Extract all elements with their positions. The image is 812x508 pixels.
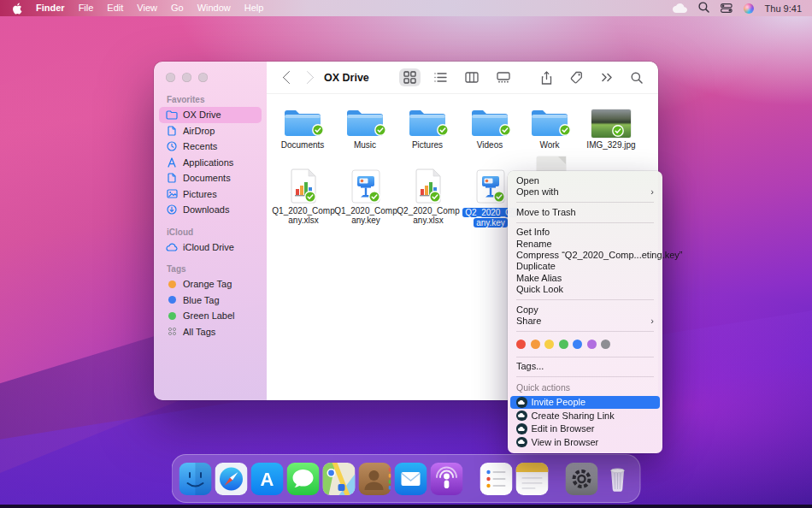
close-window-button[interactable]: [166, 73, 175, 82]
menu-item-duplicate[interactable]: Duplicate: [508, 261, 662, 272]
menu-item-create-sharing-link[interactable]: Create Sharing Link: [510, 409, 660, 422]
svg-text:A: A: [260, 469, 274, 490]
synced-badge-icon: [559, 124, 571, 139]
green-tag-dot: [166, 312, 178, 320]
file-pictures-folder[interactable]: Pictures: [399, 102, 456, 150]
menu-item-compress[interactable]: Compress “Q2_2020_Comp...eting.key”: [508, 250, 662, 261]
dock-trash-icon[interactable]: [601, 462, 634, 495]
file-music-folder[interactable]: Music: [337, 102, 393, 150]
yellow-tag-swatch[interactable]: [544, 340, 554, 349]
menubar-item-go[interactable]: Go: [164, 0, 191, 16]
purple-tag-swatch[interactable]: [587, 340, 597, 349]
menu-item-copy[interactable]: Copy: [508, 304, 662, 316]
sidebar-item-documents[interactable]: Documents: [159, 170, 262, 186]
view-grid-button[interactable]: [399, 68, 421, 86]
sidebar-item-applications[interactable]: Applications: [159, 155, 262, 171]
view-list-button[interactable]: [430, 69, 451, 86]
more-toolbar-icon[interactable]: [597, 70, 617, 85]
sidebar-item-green-label[interactable]: Green Label: [159, 308, 262, 324]
zoom-window-button[interactable]: [198, 73, 208, 82]
file-name: Work: [539, 140, 559, 150]
dock-podcasts-icon[interactable]: [430, 462, 463, 495]
sidebar-item-orange-tag[interactable]: Orange Tag: [159, 276, 262, 292]
dock-finder-icon[interactable]: [179, 462, 212, 495]
sidebar-item-ox-drive[interactable]: OX Drive: [159, 107, 262, 123]
menu-item-open-with[interactable]: Open with›: [508, 186, 662, 198]
sidebar-item-label: iCloud Drive: [183, 242, 234, 252]
menubar-item-view[interactable]: View: [130, 0, 164, 16]
page-icon: [166, 126, 178, 136]
dock-system-preferences-icon[interactable]: [565, 462, 598, 495]
share-icon[interactable]: [537, 68, 556, 87]
file-name-line2: any.key: [351, 216, 380, 225]
tag-icon[interactable]: [566, 68, 587, 86]
dots-grid-icon: [166, 327, 178, 336]
photo-icon: [166, 189, 178, 198]
dock-contacts-icon[interactable]: [358, 462, 391, 495]
sidebar-item-label: Blue Tag: [183, 295, 220, 305]
dock-reminders-icon[interactable]: [480, 462, 513, 495]
cloud-icon: [166, 243, 178, 251]
orange-tag-swatch[interactable]: [531, 340, 540, 349]
sidebar-item-downloads[interactable]: Downloads: [159, 202, 262, 218]
menubar-item-edit[interactable]: Edit: [100, 0, 130, 16]
file-name: Pictures: [412, 140, 443, 150]
menu-item-make-alias[interactable]: Make Alias: [508, 273, 662, 284]
menu-item-open[interactable]: Open: [508, 175, 662, 186]
minimize-window-button[interactable]: [182, 73, 191, 82]
control-center-icon[interactable]: [721, 1, 733, 16]
sidebar-item-icloud-drive[interactable]: iCloud Drive: [159, 239, 262, 256]
sidebar-item-label: AirDrop: [183, 126, 215, 136]
siri-icon[interactable]: [744, 3, 754, 14]
menubar-app-name[interactable]: Finder: [29, 0, 72, 16]
view-gallery-button[interactable]: [492, 69, 515, 86]
sidebar-item-blue-tag[interactable]: Blue Tag: [159, 292, 262, 309]
file-img-329[interactable]: IMG_329.jpg: [581, 102, 641, 150]
menu-item-share[interactable]: Share›: [508, 316, 662, 327]
file-q1-2020-company-xlsx[interactable]: Q1_2020_Comp any.xlsx: [275, 165, 332, 225]
sidebar-item-pictures[interactable]: Pictures: [159, 186, 262, 203]
spotlight-search-icon[interactable]: [698, 1, 709, 16]
view-columns-button[interactable]: [461, 69, 483, 86]
file-documents-folder[interactable]: Documents: [274, 102, 331, 150]
quick-actions-label: Quick actions: [508, 381, 662, 396]
dock-mail-icon[interactable]: [394, 462, 427, 495]
menu-item-view-in-browser[interactable]: View in Browser: [510, 435, 660, 449]
back-button[interactable]: [280, 70, 298, 85]
menu-item-tags[interactable]: Tags...: [508, 361, 662, 372]
menu-item-quick-look[interactable]: Quick Look: [508, 284, 662, 295]
menubar-clock[interactable]: Thu 9:41: [765, 3, 802, 14]
dock-notes-icon[interactable]: [515, 462, 549, 495]
dock-maps-icon[interactable]: [322, 462, 356, 495]
blue-tag-swatch[interactable]: [573, 340, 582, 349]
sidebar-item-recents[interactable]: Recents: [159, 139, 262, 155]
green-tag-swatch[interactable]: [559, 340, 568, 349]
sidebar-item-all-tags[interactable]: All Tags: [159, 324, 262, 340]
menu-item-edit-in-browser[interactable]: Edit in Browser: [510, 422, 660, 436]
file-q1-2020-company-key[interactable]: Q1_2020_Comp any.key: [338, 165, 394, 225]
file-work-folder[interactable]: Work: [521, 102, 578, 150]
sidebar-item-airdrop[interactable]: AirDrop: [159, 123, 262, 139]
sidebar-item-label: Downloads: [183, 204, 229, 215]
dock-app-store-icon[interactable]: A: [250, 462, 284, 495]
blue-tag-dot: [166, 296, 178, 304]
sidebar-section-tags: Tags: [154, 264, 267, 276]
menu-item-move-to-trash[interactable]: Move to Trash: [508, 207, 662, 218]
menubar-item-window[interactable]: Window: [191, 0, 238, 16]
menu-item-invite-people[interactable]: Invite People: [510, 396, 660, 410]
file-q2-2020-company-xlsx[interactable]: Q2_2020_Comp any.xlsx: [400, 165, 456, 225]
menubar-item-file[interactable]: File: [72, 0, 101, 16]
dock-safari-icon[interactable]: [215, 462, 248, 495]
cloud-status-icon[interactable]: [673, 1, 687, 16]
search-icon[interactable]: [627, 69, 647, 86]
menu-item-get-info[interactable]: Get Info: [508, 227, 662, 238]
file-videos-folder[interactable]: Videos: [462, 102, 518, 150]
apple-menu-icon[interactable]: [10, 3, 29, 15]
red-tag-swatch[interactable]: [516, 340, 526, 349]
gray-tag-swatch[interactable]: [601, 340, 610, 349]
forward-button[interactable]: [298, 70, 316, 85]
finder-sidebar: Favorites OX Drive AirDrop Recents Appli…: [154, 62, 267, 400]
menu-item-rename[interactable]: Rename: [508, 239, 662, 250]
dock-messages-icon[interactable]: [286, 462, 320, 495]
menubar-item-help[interactable]: Help: [238, 0, 271, 16]
